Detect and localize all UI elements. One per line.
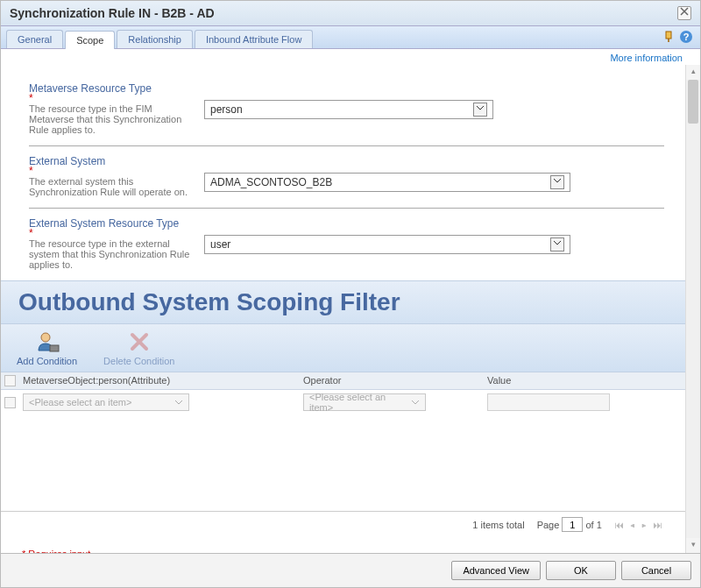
metaverse-type-select[interactable]: person: [204, 100, 493, 119]
scoping-filter-toolbar: Add Condition Delete Condition: [1, 324, 685, 372]
external-system-label: External System: [29, 155, 190, 167]
page-label: Page: [537, 520, 560, 530]
chevron-down-icon: [550, 175, 564, 189]
external-system-select[interactable]: ADMA_SCONTOSO_B2B: [204, 173, 570, 192]
tab-scope[interactable]: Scope: [65, 31, 115, 49]
delete-condition-label: Delete Condition: [103, 356, 174, 366]
external-system-help: The external system this Synchronization…: [29, 176, 190, 197]
advanced-view-button[interactable]: Advanced View: [451, 561, 541, 580]
scroll-up-button[interactable]: ▴: [686, 65, 700, 80]
chevron-down-icon: [174, 398, 183, 407]
svg-rect-0: [666, 32, 671, 39]
dialog-title: Synchronization Rule IN - B2B - AD: [10, 6, 215, 20]
select-all-checkbox[interactable]: [4, 375, 16, 386]
pin-icon[interactable]: [662, 30, 676, 46]
value-input[interactable]: [487, 393, 610, 411]
external-type-help: The resource type in the external system…: [29, 238, 190, 270]
tab-general[interactable]: General: [6, 30, 63, 48]
scoping-filter-panel-header: Outbound System Scoping Filter: [1, 280, 685, 324]
vertical-scrollbar[interactable]: ▴ ▾: [685, 65, 700, 553]
metaverse-type-help: The resource type in the FIM Metaverse t…: [29, 103, 190, 135]
add-condition-button[interactable]: Add Condition: [17, 329, 77, 366]
external-type-label: External System Resource Type: [29, 217, 190, 230]
tab-relationship[interactable]: Relationship: [117, 30, 193, 48]
delete-condition-button: Delete Condition: [103, 329, 174, 366]
close-button[interactable]: [677, 6, 691, 20]
page-current-input[interactable]: [562, 517, 583, 532]
column-attribute: MetaverseObject:person(Attribute): [23, 375, 303, 386]
scroll-thumb[interactable]: [688, 80, 698, 124]
help-icon[interactable]: ?: [679, 30, 693, 46]
required-indicator: *: [29, 95, 190, 102]
page-last-button[interactable]: ⏭: [653, 520, 664, 530]
page-next-button[interactable]: ▶: [641, 520, 648, 530]
column-value: Value: [487, 375, 685, 386]
column-operator: Operator: [303, 375, 487, 386]
operator-select[interactable]: <Please select an item>: [303, 393, 426, 411]
close-icon: [680, 7, 689, 16]
tab-inbound-attribute-flow[interactable]: Inbound Attribute Flow: [195, 30, 313, 48]
content-pane: Metaverse Resource Type * The resource t…: [1, 65, 685, 553]
more-information-link[interactable]: More information: [1, 49, 700, 65]
condition-grid-header: MetaverseObject:person(Attribute) Operat…: [1, 372, 685, 390]
scoping-filter-heading: Outbound System Scoping Filter: [18, 288, 668, 316]
external-system-value: ADMA_SCONTOSO_B2B: [210, 176, 332, 188]
chevron-down-icon: [550, 237, 564, 251]
ok-button[interactable]: OK: [546, 561, 616, 580]
metaverse-type-value: person: [210, 103, 243, 116]
svg-text:?: ?: [683, 32, 690, 42]
delete-icon: [127, 329, 152, 354]
page-prev-button[interactable]: ◀: [630, 520, 637, 530]
scroll-down-button[interactable]: ▾: [686, 538, 700, 553]
external-type-value: user: [210, 238, 230, 251]
row-checkbox[interactable]: [4, 397, 16, 408]
add-user-icon: [35, 329, 60, 354]
add-condition-label: Add Condition: [17, 356, 77, 366]
attribute-select[interactable]: <Please select an item>: [23, 393, 189, 411]
metaverse-type-label: Metaverse Resource Type: [29, 82, 190, 95]
page-first-button[interactable]: ⏮: [614, 520, 626, 530]
svg-rect-4: [50, 345, 59, 351]
required-note: * Requires input: [1, 537, 685, 553]
pager-bar: 1 items total Page of 1 ⏮ ◀ ▶ ⏭: [1, 511, 685, 537]
items-total-text: 1 items total: [472, 520, 524, 530]
page-of-text: of 1: [585, 520, 601, 530]
required-indicator: *: [29, 167, 190, 174]
chevron-down-icon: [411, 398, 420, 407]
dialog-footer: Advanced View OK Cancel: [1, 553, 700, 587]
titlebar: Synchronization Rule IN - B2B - AD: [1, 1, 700, 26]
svg-point-3: [41, 333, 50, 342]
tabbar: General Scope Relationship Inbound Attri…: [1, 26, 700, 49]
chevron-down-icon: [473, 103, 487, 117]
cancel-button[interactable]: Cancel: [621, 561, 691, 580]
condition-row: <Please select an item> <Please select a…: [1, 390, 685, 414]
external-type-select[interactable]: user: [204, 235, 570, 254]
required-indicator: *: [29, 230, 190, 237]
